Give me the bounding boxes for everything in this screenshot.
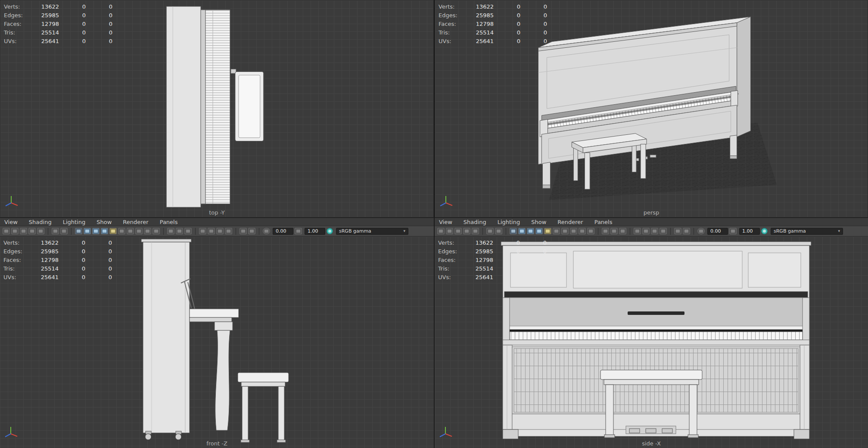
anti-aliasing-icon[interactable] <box>570 228 577 234</box>
camera-select-icon[interactable] <box>11 228 19 234</box>
snapshot-icon[interactable] <box>683 228 690 234</box>
color-space-select[interactable]: sRGB gamma▾ <box>336 228 408 235</box>
field-chart-icon[interactable] <box>660 228 667 234</box>
viewport-side[interactable]: Verts:1362200Edges:2598500Faces:1279800T… <box>435 236 868 448</box>
grease-pencil-icon[interactable] <box>240 228 247 234</box>
bookmark-icon[interactable] <box>37 228 44 234</box>
film-gate-icon[interactable] <box>208 228 215 234</box>
panel-menu-icon[interactable] <box>3 228 10 234</box>
motion-blur-icon[interactable] <box>587 228 594 234</box>
hud-value-2: 0 <box>59 274 85 280</box>
depth-of-field-icon[interactable] <box>144 228 151 234</box>
shaded-icon[interactable] <box>518 228 526 234</box>
anti-aliasing-icon[interactable] <box>135 228 143 234</box>
menu-lighting[interactable]: Lighting <box>63 219 86 225</box>
use-default-material-icon[interactable] <box>101 228 108 234</box>
camera-lock-icon[interactable] <box>20 228 27 234</box>
hud-value-2: 0 <box>494 21 520 27</box>
menu-renderer[interactable]: Renderer <box>557 219 583 225</box>
viewport-top[interactable]: Verts:1362200Edges:2598500Faces:1279800T… <box>0 0 434 218</box>
hud-row: Faces:1279800 <box>438 255 547 264</box>
camera-lock-icon[interactable] <box>454 228 462 234</box>
hud-value-2: 0 <box>59 265 85 272</box>
two-d-pan-zoom-icon[interactable] <box>495 228 502 234</box>
viewport-persp[interactable]: Verts:1362200Edges:2598500Faces:1279800T… <box>435 0 868 218</box>
piano-front-view[interactable] <box>501 242 811 439</box>
toolbar-separator <box>48 228 48 235</box>
bookmark-icon[interactable] <box>472 228 479 234</box>
isolate-select-icon[interactable] <box>167 228 174 234</box>
motion-blur-icon[interactable] <box>152 228 160 234</box>
lighting-icon[interactable] <box>109 228 117 234</box>
use-default-material-icon[interactable] <box>535 228 543 234</box>
camera-attributes-icon[interactable] <box>463 228 470 234</box>
two-d-pan-zoom-icon[interactable] <box>60 228 68 234</box>
exposure-icon[interactable] <box>263 228 270 234</box>
image-plane-icon[interactable] <box>486 228 494 234</box>
field-chart-icon[interactable] <box>225 228 232 234</box>
camera-attributes-icon[interactable] <box>28 228 36 234</box>
color-space-select[interactable]: sRGB gamma▾ <box>771 228 843 235</box>
grease-pencil-icon[interactable] <box>674 228 681 234</box>
ambient-occlusion-icon[interactable] <box>127 228 134 234</box>
panel-front: ViewShadingLightingShowRendererPanels 0.… <box>0 218 434 448</box>
hud-row: UVs:2564100 <box>3 273 112 281</box>
gate-mask-icon[interactable] <box>216 228 224 234</box>
resolution-gate-icon[interactable] <box>199 228 206 234</box>
hud-value-1: 25641 <box>34 274 59 280</box>
menu-shading[interactable]: Shading <box>29 219 52 225</box>
lighting-icon[interactable] <box>544 228 551 234</box>
menu-shading[interactable]: Shading <box>464 219 486 225</box>
hud-stat-label: Verts: <box>3 240 34 246</box>
menu-renderer[interactable]: Renderer <box>123 219 148 225</box>
piano-side-profile[interactable] <box>141 239 239 440</box>
menu-lighting[interactable]: Lighting <box>498 219 520 225</box>
wireframe-on-shaded-icon[interactable] <box>619 228 626 234</box>
snapshot-icon[interactable] <box>248 228 255 234</box>
ambient-occlusion-icon[interactable] <box>561 228 569 234</box>
image-plane-icon[interactable] <box>52 228 59 234</box>
menu-panels[interactable]: Panels <box>160 219 178 225</box>
viewport-front[interactable]: Verts:1362200Edges:2598500Faces:1279800T… <box>0 236 434 448</box>
piano-top-view[interactable] <box>166 6 230 207</box>
shaded-icon[interactable] <box>84 228 91 234</box>
exposure-field[interactable]: 0.00 <box>273 228 293 235</box>
bench-side-profile[interactable] <box>238 373 289 442</box>
shadows-icon[interactable] <box>553 228 560 234</box>
bench-top-view[interactable] <box>231 69 264 141</box>
hud-value-2: 0 <box>493 274 520 280</box>
color-management-icon[interactable] <box>327 228 333 234</box>
menu-view[interactable]: View <box>4 219 18 225</box>
dropdown-caret-icon: ▾ <box>403 229 405 233</box>
shadows-icon[interactable] <box>118 228 125 234</box>
xray-icon[interactable] <box>176 228 183 234</box>
toolbar-separator <box>259 228 259 235</box>
hud-stat-label: UVs: <box>3 274 34 280</box>
menu-show[interactable]: Show <box>531 219 546 225</box>
exposure-field[interactable]: 0.00 <box>707 228 728 235</box>
gamma-field[interactable]: 1.00 <box>305 228 325 235</box>
menu-view[interactable]: View <box>439 219 452 225</box>
hud-value-3: 0 <box>86 38 112 44</box>
gamma-icon[interactable] <box>729 228 737 234</box>
xray-icon[interactable] <box>610 228 618 234</box>
wireframe-on-shaded-icon[interactable] <box>184 228 192 234</box>
color-management-icon[interactable] <box>761 228 768 234</box>
hud-row: Tris:2551400 <box>3 264 112 273</box>
wireframe-icon[interactable] <box>75 228 82 234</box>
gate-mask-icon[interactable] <box>651 228 658 234</box>
gamma-field[interactable]: 1.00 <box>739 228 760 235</box>
textured-icon[interactable] <box>92 228 100 234</box>
exposure-icon[interactable] <box>697 228 705 234</box>
wireframe-icon[interactable] <box>510 228 517 234</box>
menu-panels[interactable]: Panels <box>594 219 613 225</box>
menu-show[interactable]: Show <box>96 219 112 225</box>
gamma-icon[interactable] <box>295 228 302 234</box>
panel-menu-icon[interactable] <box>437 228 445 234</box>
film-gate-icon[interactable] <box>642 228 650 234</box>
resolution-gate-icon[interactable] <box>634 228 641 234</box>
camera-select-icon[interactable] <box>446 228 453 234</box>
isolate-select-icon[interactable] <box>602 228 609 234</box>
textured-icon[interactable] <box>527 228 534 234</box>
depth-of-field-icon[interactable] <box>579 228 586 234</box>
